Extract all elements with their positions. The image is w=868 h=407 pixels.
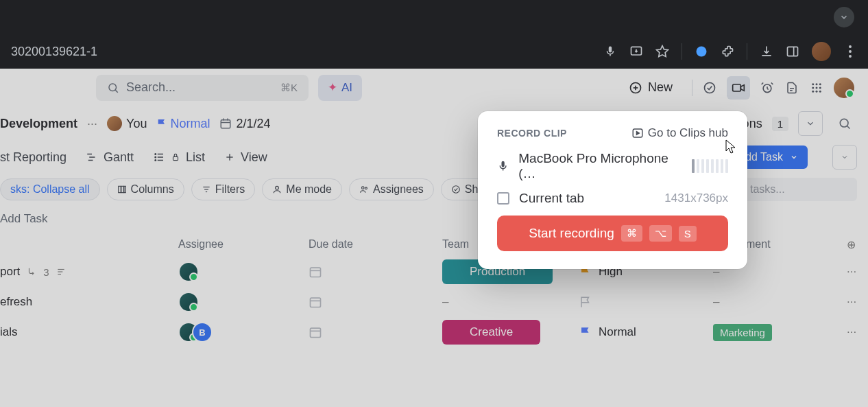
dept-tag[interactable]: Marketing <box>713 324 772 341</box>
search-input[interactable]: Search... ⌘K <box>96 75 309 101</box>
people-icon <box>359 185 369 194</box>
gantt-icon <box>86 151 98 163</box>
assignee-avatar-b[interactable]: B <box>192 322 213 342</box>
svg-point-57 <box>362 187 365 189</box>
dropdown-button[interactable] <box>798 111 823 136</box>
svg-line-20 <box>771 82 773 84</box>
tabs-dropdown[interactable] <box>834 7 854 27</box>
svg-line-9 <box>115 90 117 92</box>
team-tag[interactable]: Creative <box>442 320 540 345</box>
priority-label[interactable]: Normal <box>599 325 636 339</box>
add-column[interactable]: ⊕ <box>847 238 867 251</box>
svg-point-41 <box>155 154 156 155</box>
apps-icon[interactable] <box>809 80 824 95</box>
checkbox[interactable] <box>497 192 509 205</box>
tab-row[interactable]: Current tab 1431x736px <box>497 191 728 206</box>
flag-icon[interactable] <box>579 296 592 308</box>
tasks-icon[interactable] <box>702 80 717 95</box>
collapse-chip[interactable]: sks: Collapse all <box>0 178 100 200</box>
row-more[interactable]: ··· <box>847 325 867 339</box>
new-button[interactable]: New <box>629 80 673 95</box>
search-tasks-input[interactable]: tasks... <box>740 178 857 201</box>
task-name: efresh <box>0 295 32 309</box>
svg-point-36 <box>840 119 848 127</box>
subtask-count: 3 <box>43 266 49 278</box>
dept-cell[interactable]: – <box>713 295 719 308</box>
more-icon[interactable] <box>843 45 857 58</box>
calendar-icon[interactable] <box>309 295 322 309</box>
user-avatar[interactable] <box>834 78 854 98</box>
assignee-avatar[interactable] <box>178 261 199 282</box>
app-header: Search... ⌘K ✦ AI New <box>0 69 868 106</box>
svg-rect-52 <box>124 186 125 192</box>
plus-circle-icon <box>629 81 642 95</box>
url-fragment: 30200139621-1 <box>11 45 97 59</box>
svg-point-13 <box>705 82 715 93</box>
svg-rect-51 <box>121 186 123 192</box>
svg-point-5 <box>849 45 852 48</box>
popover-title: RECORD CLIP <box>497 128 567 139</box>
calendar-icon[interactable] <box>309 265 322 279</box>
divider <box>682 43 682 60</box>
filter-icon <box>202 185 211 194</box>
lock-icon <box>171 152 180 162</box>
view-reporting[interactable]: st Reporting <box>0 150 67 165</box>
svg-rect-65 <box>311 298 321 307</box>
filters-chip[interactable]: Filters <box>191 178 256 200</box>
cursor-icon <box>725 139 737 155</box>
clips-hub-link[interactable]: Go to Clips hub <box>631 126 728 140</box>
col-assignee[interactable]: Assignee <box>178 238 309 251</box>
assignee-pill[interactable]: You <box>107 116 147 131</box>
mic-row[interactable]: MacBook Pro Microphone (… <box>497 151 728 181</box>
calendar-icon[interactable] <box>309 325 322 339</box>
resolution: 1431x736px <box>664 191 728 205</box>
play-square-icon <box>631 127 644 139</box>
priority-label: Normal <box>170 117 210 131</box>
me-mode-chip[interactable]: Me mode <box>262 178 342 200</box>
mic-icon[interactable] <box>603 45 617 58</box>
team-cell[interactable]: – <box>442 295 448 308</box>
task-name: ials <box>0 325 18 339</box>
assignee-avatar[interactable] <box>178 292 199 312</box>
doc-icon[interactable] <box>784 80 799 95</box>
add-view-button[interactable]: View <box>224 150 267 165</box>
priority-pill[interactable]: Normal <box>156 117 210 131</box>
star-icon[interactable] <box>655 45 669 58</box>
columns-chip[interactable]: Columns <box>107 178 184 200</box>
install-icon[interactable] <box>629 45 643 58</box>
alarm-icon[interactable] <box>760 80 775 95</box>
download-icon[interactable] <box>760 45 773 58</box>
view-list[interactable]: List <box>153 150 205 165</box>
assignees-chip[interactable]: Assignees <box>349 178 434 200</box>
svg-point-58 <box>365 187 367 189</box>
space-name[interactable]: Development <box>0 117 77 131</box>
badge-icon[interactable] <box>695 45 708 58</box>
sidepanel-icon[interactable] <box>786 45 799 58</box>
profile-avatar[interactable] <box>812 42 831 61</box>
start-recording-button[interactable]: Start recording ⌘ ⌥ S <box>497 216 728 251</box>
col-due-date[interactable]: Due date <box>309 238 442 251</box>
search-placeholder: Search... <box>126 80 176 95</box>
svg-point-8 <box>109 84 117 91</box>
svg-line-18 <box>767 88 769 89</box>
video-icon[interactable] <box>727 76 750 100</box>
svg-marker-1 <box>657 46 668 57</box>
svg-marker-70 <box>636 132 639 135</box>
date-pill[interactable]: 2/1/24 <box>219 117 270 131</box>
view-gantt[interactable]: Gantt <box>86 150 134 165</box>
task-name: port <box>0 265 20 279</box>
svg-point-6 <box>849 50 852 53</box>
row-more[interactable]: ··· <box>847 265 867 279</box>
svg-point-59 <box>453 186 460 194</box>
view-search-button[interactable] <box>832 111 857 136</box>
more-dots[interactable]: ··· <box>87 117 97 131</box>
svg-point-56 <box>276 186 279 189</box>
ai-button[interactable]: ✦ AI <box>318 75 362 101</box>
more-options-button[interactable] <box>832 145 857 170</box>
table-row[interactable]: ials B Creative Normal Marketing ··· <box>0 317 868 347</box>
check-circle-icon <box>451 185 461 194</box>
svg-rect-67 <box>311 328 321 337</box>
extensions-icon[interactable] <box>721 45 734 58</box>
table-row[interactable]: efresh – – ··· <box>0 287 868 317</box>
row-more[interactable]: ··· <box>847 295 867 309</box>
